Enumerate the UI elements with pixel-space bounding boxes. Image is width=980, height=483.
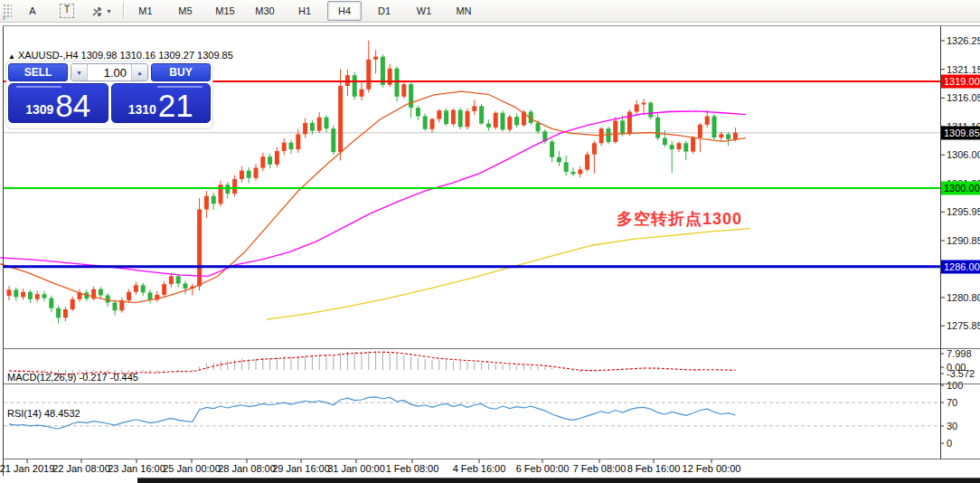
text-tool-button[interactable]: T (50, 1, 84, 21)
diagonal-arrows-icon (90, 5, 104, 18)
timeframe-button-d1[interactable]: D1 (367, 1, 401, 21)
toolbar-drag-handle[interactable]: F (3, 4, 12, 18)
buy-price-small: 1310 (128, 102, 156, 117)
font-tool-button[interactable]: A (15, 1, 50, 21)
timeframe-group: M1M5M15M30H1H4D1W1MN (128, 1, 481, 21)
buy-price-box[interactable]: 1310 21 (111, 83, 212, 123)
bottom-window-edge (137, 478, 980, 483)
one-click-trade-panel: SELL ▼ 1.00 ▲ BUY 1309 84 1310 21 (6, 62, 212, 128)
symbol-collapse-icon: ▲ (8, 52, 15, 61)
sell-button[interactable]: SELL (8, 63, 68, 81)
chevron-down-icon: ▼ (106, 8, 112, 14)
sell-price-small: 1309 (25, 102, 53, 117)
timeframe-button-h1[interactable]: H1 (287, 1, 322, 21)
volume-input[interactable]: 1.00 (88, 64, 131, 80)
timeframe-button-mn[interactable]: MN (447, 1, 481, 21)
sell-price-big: 84 (55, 90, 90, 121)
timeframe-button-m5[interactable]: M5 (168, 1, 203, 21)
volume-increase-button[interactable]: ▲ (131, 64, 147, 80)
buy-price-big: 21 (158, 90, 193, 121)
sell-price-box[interactable]: 1309 84 (8, 83, 108, 123)
toolbar-separator (123, 3, 124, 19)
price-badge: 1319.00 (941, 75, 980, 89)
price-badge: 1309.85 (941, 127, 980, 140)
volume-decrease-button[interactable]: ▼ (71, 64, 88, 80)
timeframe-button-w1[interactable]: W1 (407, 1, 441, 21)
chart-window: ▲XAUUSD-,H4 1309.98 1310.16 1309.27 1309… (0, 22, 980, 483)
macd-label: MACD(12,26,9) -0.217 -0.445 (7, 372, 138, 383)
volume-stepper: ▼ 1.00 ▲ (71, 63, 148, 81)
timeframe-button-m30[interactable]: M30 (248, 1, 282, 21)
buy-button[interactable]: BUY (151, 63, 211, 81)
timeframe-button-m15[interactable]: M15 (208, 1, 242, 21)
price-badge: 1300.00 (941, 182, 980, 195)
rsi-label: RSI(14) 48.4532 (7, 408, 80, 419)
timeframe-button-m1[interactable]: M1 (128, 1, 163, 21)
timeframe-button-h4[interactable]: H4 (327, 1, 362, 21)
top-toolbar: F A T ▼ M1M5M15M30H1H4D1W1MN (0, 0, 980, 23)
price-badge: 1286.00 (941, 260, 980, 274)
symbol-ohlc-header: ▲XAUUSD-,H4 1309.98 1310.16 1309.27 1309… (8, 50, 233, 61)
cursor-tool-button[interactable]: ▼ (84, 1, 118, 21)
sell-underline (16, 86, 61, 88)
text-tool-icon: T (60, 4, 74, 18)
buy-underline (157, 86, 203, 88)
chart-annotation: 多空转折点1300 (617, 208, 742, 230)
